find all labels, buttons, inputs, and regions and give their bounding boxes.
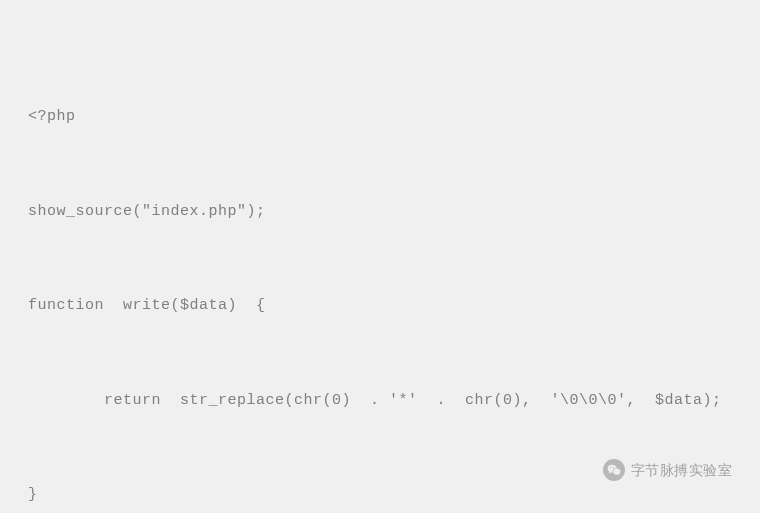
code-line: <?php [28, 101, 732, 133]
wechat-icon [603, 459, 625, 481]
watermark-text: 字节脉搏实验室 [631, 456, 733, 485]
code-line: show_source("index.php"); [28, 196, 732, 228]
code-block: <?php show_source("index.php"); function… [28, 38, 732, 513]
code-line: return str_replace(chr(0) . '*' . chr(0)… [28, 385, 732, 417]
watermark: 字节脉搏实验室 [603, 456, 733, 485]
code-line: function write($data) { [28, 290, 732, 322]
